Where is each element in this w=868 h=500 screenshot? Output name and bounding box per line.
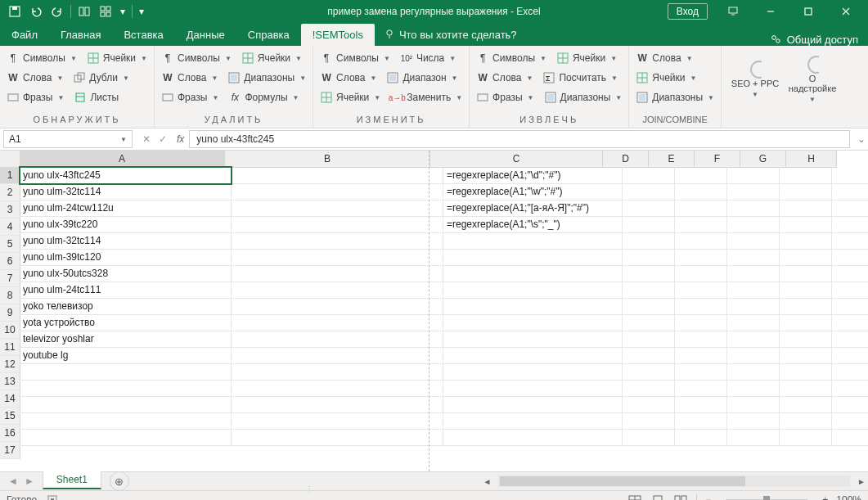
cell[interactable] — [232, 216, 443, 233]
cell[interactable] — [623, 232, 675, 250]
cell[interactable] — [443, 331, 623, 348]
cell[interactable] — [675, 200, 727, 217]
cell[interactable] — [832, 249, 868, 266]
zoom-out-icon[interactable]: − — [705, 494, 711, 500]
cell[interactable] — [232, 232, 443, 250]
column-headers[interactable]: ABCDEFGH — [20, 151, 837, 167]
col-header[interactable]: A — [20, 151, 225, 168]
cell[interactable] — [727, 282, 780, 299]
btn-replace[interactable]: a→bЗаменить▼ — [390, 88, 462, 106]
cell[interactable] — [443, 380, 623, 397]
row-headers[interactable]: 1234567891011121314151617 — [0, 167, 20, 459]
cell[interactable] — [232, 347, 443, 364]
cell[interactable] — [232, 396, 443, 413]
cell[interactable] — [623, 429, 675, 446]
btn-ranges-4[interactable]: Диапазоны▼ — [544, 88, 623, 106]
hscroll-left-icon[interactable]: ◄ — [480, 474, 493, 489]
btn-range-3[interactable]: Диапазон▼ — [386, 69, 457, 87]
cell[interactable] — [727, 183, 780, 200]
cell[interactable] — [623, 363, 675, 381]
cell[interactable] — [232, 429, 443, 446]
btn-words-3[interactable]: WСлова▼ — [320, 69, 376, 87]
row-header[interactable]: 7 — [0, 270, 20, 287]
cell[interactable] — [623, 380, 675, 397]
cell[interactable] — [232, 167, 443, 184]
btn-numbers[interactable]: 10²Числа▼ — [400, 49, 456, 67]
share-button[interactable]: Общий доступ — [769, 33, 858, 46]
col-header[interactable]: C — [430, 151, 603, 168]
cell[interactable] — [675, 314, 727, 331]
cell[interactable] — [832, 265, 868, 282]
cell[interactable] — [675, 216, 727, 233]
cell[interactable] — [727, 167, 780, 184]
btn-symbols-2[interactable]: ¶Символы▼ — [161, 49, 232, 67]
cell[interactable] — [623, 249, 675, 266]
cells-body[interactable]: yuno ulx-43ftc245=regexreplace(A1;"\d";"… — [20, 167, 868, 445]
col-header[interactable]: E — [649, 151, 695, 168]
cell[interactable] — [623, 265, 675, 282]
row-header[interactable]: 13 — [0, 373, 20, 390]
cell[interactable] — [443, 363, 623, 381]
cell[interactable]: yoko телевизор — [20, 298, 232, 315]
cell[interactable] — [20, 380, 232, 397]
cell[interactable] — [443, 314, 623, 331]
cell[interactable] — [675, 396, 727, 413]
expand-formula-icon[interactable]: ⌄ — [855, 133, 868, 145]
btn-words-4[interactable]: WСлова▼ — [476, 69, 533, 87]
cell[interactable] — [675, 412, 727, 430]
cell[interactable] — [832, 183, 868, 200]
cell[interactable]: yuno ulx-43ftc245 — [20, 167, 232, 184]
sheet-prev-icon[interactable]: ◄ — [8, 475, 18, 487]
cell[interactable] — [780, 314, 832, 331]
view-break-icon[interactable] — [673, 493, 688, 500]
cell[interactable] — [232, 380, 443, 397]
cell[interactable] — [727, 314, 780, 331]
cell[interactable] — [780, 232, 832, 250]
btn-phrases-1[interactable]: Фразы▼ — [7, 88, 64, 106]
tab-данные[interactable]: Данные — [175, 24, 236, 46]
cell[interactable] — [832, 331, 868, 348]
btn-seo-ppc[interactable]: SEO + PPC ▼ — [728, 49, 782, 111]
cell[interactable] — [727, 200, 780, 217]
cell[interactable]: televizor yoshlar — [20, 331, 232, 348]
fx-icon[interactable]: fx — [172, 133, 189, 145]
cell[interactable] — [443, 232, 623, 250]
btn-about[interactable]: О надстройке ▼ — [785, 49, 839, 111]
ribbon-options-icon[interactable] — [714, 0, 752, 23]
hscroll-track[interactable] — [498, 475, 850, 487]
zoom-value[interactable]: 100% — [836, 494, 861, 500]
cell[interactable] — [727, 216, 780, 233]
col-header[interactable]: H — [786, 151, 837, 168]
cell[interactable]: yota устройство — [20, 314, 232, 331]
cell[interactable] — [780, 429, 832, 446]
cell[interactable] — [727, 249, 780, 266]
cell[interactable] — [20, 429, 232, 446]
spreadsheet-grid[interactable]: ABCDEFGH 1234567891011121314151617 yuno … — [0, 151, 868, 471]
cell[interactable] — [832, 412, 868, 430]
btn-phrases-2[interactable]: Фразы▼ — [161, 88, 218, 106]
cell[interactable] — [232, 265, 443, 282]
cell[interactable] — [780, 249, 832, 266]
close-icon[interactable] — [827, 0, 865, 23]
cell[interactable] — [727, 429, 780, 446]
add-sheet-button[interactable]: ⊕ — [110, 471, 129, 491]
btn-symbols-1[interactable]: ¶Символы▼ — [7, 49, 77, 67]
cell[interactable] — [727, 232, 780, 250]
cell[interactable]: =regexreplace(A1;"[а-яА-Я]";"#") — [443, 200, 623, 217]
cell[interactable] — [623, 314, 675, 331]
cancel-icon[interactable]: ✕ — [142, 133, 151, 145]
cell[interactable] — [675, 183, 727, 200]
btn-ranges-5[interactable]: Диапазоны▼ — [636, 88, 714, 106]
cell[interactable] — [780, 380, 832, 397]
cell[interactable]: yuno ulx-50utcs328 — [20, 265, 232, 282]
qat-icon-2[interactable] — [97, 3, 114, 20]
cell[interactable] — [232, 331, 443, 348]
cell[interactable] — [623, 298, 675, 315]
row-header[interactable]: 17 — [0, 442, 20, 459]
cell[interactable] — [675, 298, 727, 315]
cell[interactable]: yuno ulm-39tc120 — [20, 249, 232, 266]
cell[interactable] — [832, 216, 868, 233]
maximize-icon[interactable] — [789, 0, 827, 23]
cell[interactable] — [232, 314, 443, 331]
cell[interactable]: =regexreplace(A1;"\s";"_") — [443, 216, 623, 233]
